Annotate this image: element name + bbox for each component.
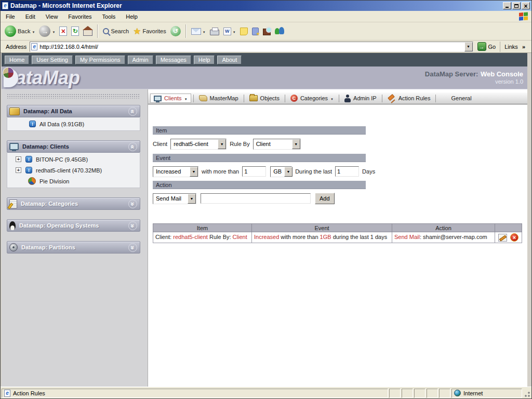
nav-button-my-permissions[interactable]: My Permissions — [75, 56, 125, 64]
ie-page-icon — [31, 43, 37, 50]
expand-chevron-down-icon[interactable] — [128, 200, 137, 208]
sidebar-item-biton-pc[interactable]: BITON-PC (9.45GB) — [7, 154, 140, 165]
dropdown-arrow-icon[interactable] — [190, 167, 198, 177]
print-button[interactable] — [208, 26, 221, 36]
expand-plus-icon[interactable] — [16, 156, 21, 162]
sidebar-section-categories[interactable]: Datamap: Categories — [7, 197, 140, 210]
menu-favorites[interactable]: Favorites — [63, 12, 97, 21]
nav-button-about[interactable]: About — [217, 56, 242, 64]
delete-rule-button[interactable] — [510, 233, 518, 242]
rule-by-select[interactable]: Client — [253, 139, 301, 150]
tab-separator — [244, 95, 244, 102]
sidebar-item-all-data[interactable]: All Data (9.91GB) — [7, 118, 140, 129]
tab-mastermap[interactable]: MasterMap — [196, 94, 242, 102]
sidebar: Datamap: All Data All Data (9.91GB) Data… — [2, 89, 148, 387]
nav-button-help[interactable]: Help — [194, 56, 215, 64]
sidebar-section-partitions[interactable]: Datamap: Partitions — [7, 241, 140, 254]
back-dropdown-icon[interactable] — [32, 28, 35, 34]
menu-file[interactable]: File — [1, 12, 20, 21]
favorites-button[interactable]: Favorites — [131, 25, 168, 38]
action-type-select[interactable]: Send Mail — [153, 193, 196, 204]
title-bar[interactable]: Datamap - Microsoft Internet Explorer — [1, 1, 531, 11]
section-header-action: Action — [153, 181, 366, 189]
close-button[interactable] — [522, 2, 530, 9]
sidebar-item-pie-division[interactable]: Pie Division — [7, 176, 140, 187]
go-button[interactable]: Go — [473, 42, 500, 51]
dropdown-arrow-icon[interactable] — [284, 167, 292, 177]
back-button[interactable]: Back — [3, 24, 37, 38]
stop-button[interactable] — [57, 25, 69, 37]
minimize-button[interactable] — [503, 2, 511, 9]
tab-general[interactable]: General — [438, 94, 474, 103]
client-select[interactable]: redhat5-client — [170, 139, 227, 150]
status-pane — [389, 389, 401, 398]
unit-select[interactable]: GB — [270, 166, 292, 177]
address-input[interactable]: http://192.168.0.4/html/ — [30, 42, 473, 52]
address-dropdown-button[interactable] — [464, 42, 473, 51]
menu-view[interactable]: View — [41, 12, 63, 21]
sidebar-section-clients[interactable]: Datamap: Clients — [7, 140, 140, 153]
messenger-button[interactable] — [273, 26, 286, 36]
dropdown-arrow-icon[interactable] — [292, 139, 300, 149]
action-param-input[interactable] — [201, 193, 311, 204]
refresh-button[interactable] — [69, 25, 81, 37]
amount-input[interactable] — [242, 166, 266, 177]
edit-with-word-button[interactable] — [221, 26, 238, 36]
panel-all-data: Datamap: All Data All Data (9.91GB) — [7, 105, 140, 131]
tab-label: MasterMap — [210, 95, 238, 101]
mail-button[interactable] — [189, 27, 208, 36]
tab-categories[interactable]: Categories — [287, 94, 337, 103]
menu-help[interactable]: Help — [121, 12, 143, 21]
tab-clients[interactable]: Clients — [150, 94, 191, 103]
nav-button-home[interactable]: Home — [5, 56, 29, 64]
tab-separator — [339, 95, 339, 102]
column-header-actions — [495, 224, 522, 232]
section-title: Datamap: Categories — [21, 201, 78, 207]
nav-button-user-setting[interactable]: User Setting — [32, 56, 73, 64]
menu-tools[interactable]: Tools — [97, 12, 121, 21]
notes-button[interactable] — [238, 26, 250, 36]
edit-rule-button[interactable] — [498, 234, 507, 242]
mail-dropdown-icon[interactable] — [203, 28, 206, 34]
forward-dropdown-icon[interactable] — [52, 28, 55, 34]
resize-grip[interactable] — [523, 389, 530, 398]
datamap-logo-pie-icon — [3, 67, 14, 78]
add-button[interactable]: Add — [315, 193, 335, 204]
links-button[interactable]: Links — [500, 42, 529, 52]
penguin-icon — [9, 221, 16, 230]
disk-icon — [9, 243, 18, 251]
tab-separator — [382, 95, 382, 102]
sidebar-item-redhat5-client[interactable]: redhat5-client (470.32MB) — [7, 165, 140, 176]
word-dropdown-icon[interactable] — [233, 28, 236, 34]
forward-button[interactable] — [37, 24, 57, 38]
server-label: DataMap Server: — [425, 70, 478, 78]
tab-admin-ip[interactable]: Admin IP — [341, 94, 380, 103]
address-url[interactable]: http://192.168.0.4/html/ — [37, 44, 464, 50]
collapse-chevron-up-icon[interactable] — [128, 107, 137, 116]
research-button[interactable] — [261, 26, 273, 36]
nav-button-messages[interactable]: Messages — [156, 56, 191, 64]
menu-edit[interactable]: Edit — [20, 12, 41, 21]
tab-action-rules[interactable]: Action Rules — [384, 94, 434, 103]
gavel-icon — [388, 95, 396, 102]
home-button[interactable] — [81, 25, 95, 37]
days-input[interactable] — [335, 166, 359, 177]
tab-dropdown-icon[interactable] — [184, 95, 188, 101]
search-button[interactable]: Search — [101, 27, 131, 35]
tab-dropdown-icon[interactable] — [330, 95, 334, 101]
expand-plus-icon[interactable] — [16, 167, 21, 173]
nav-button-admin[interactable]: Admin — [128, 56, 153, 64]
tab-objects[interactable]: Objects — [246, 94, 283, 102]
maximize-button[interactable] — [512, 2, 521, 9]
dropdown-arrow-icon[interactable] — [188, 194, 196, 204]
expand-chevron-down-icon[interactable] — [128, 221, 137, 230]
event-type-select[interactable]: Increased — [153, 166, 198, 177]
history-button[interactable] — [168, 25, 183, 37]
messenger-favorites-button[interactable] — [250, 26, 261, 36]
sidebar-section-all-data[interactable]: Datamap: All Data — [7, 105, 140, 117]
expand-chevron-down-icon[interactable] — [128, 243, 137, 252]
collapse-chevron-up-icon[interactable] — [128, 142, 137, 151]
dropdown-arrow-icon[interactable] — [218, 139, 226, 149]
rule-by-label: Rule By — [230, 141, 250, 147]
sidebar-section-operating-systems[interactable]: Datamap: Operating Systems — [7, 219, 140, 232]
